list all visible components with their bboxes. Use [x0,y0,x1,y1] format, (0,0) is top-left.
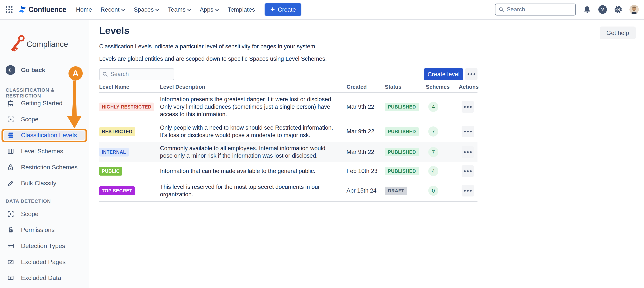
app-name: Compliance [26,40,68,49]
page-check-icon [7,258,14,266]
chevron-down-icon [121,8,125,11]
sidebar-item-detection-types[interactable]: Detection Types [0,240,89,252]
sidebar-item-restriction-schemes[interactable]: Restriction Schemes [0,161,89,173]
back-icon [6,65,15,75]
created-date: Apr 15th 24 [346,187,376,194]
ellipsis-icon [464,106,472,108]
app-root: Confluence Home Recent Spaces Teams Apps… [0,0,644,288]
nav-spaces[interactable]: Spaces [134,6,160,13]
chevron-down-icon [155,8,159,11]
global-search[interactable] [495,3,576,15]
level-description: Information presents the greatest danger… [160,96,338,118]
intro-line-1: Classification Levels indicate a particu… [99,43,317,50]
go-back-button[interactable]: Go back [6,65,45,75]
sidebar-item-excluded-pages[interactable]: Excluded Pages [0,256,89,268]
app-switcher-icon[interactable] [5,5,13,13]
confluence-logo-icon [18,5,26,14]
compliance-key-icon [9,31,26,55]
level-description: Information that can be made available t… [160,167,316,175]
global-search-input[interactable] [506,6,572,13]
col-schemes: Schemes [426,84,450,90]
classification-levels-icon [7,131,14,139]
nav-recent[interactable]: Recent [100,6,125,13]
col-status: Status [385,84,402,90]
get-help-button[interactable]: Get help [600,26,636,39]
level-badge: HIGHLY RESTRICTED [99,103,154,111]
sidebar-item-level-schemes[interactable]: Level Schemes [0,145,89,157]
nav-home[interactable]: Home [76,6,92,13]
sidebar-item-permissions[interactable]: Permissions [0,224,89,236]
col-level-description: Level Description [160,84,205,90]
card-icon [7,242,14,250]
table-row: PUBLIC Information that can be made avai… [99,162,478,180]
levels-search[interactable] [99,68,174,80]
row-actions-button[interactable] [462,101,474,113]
table-row: RESTRICTED Only people with a need to kn… [99,121,478,142]
help-icon[interactable]: ? [598,5,607,14]
permissions-lock-icon [7,226,14,234]
col-level-name: Level Name [99,84,129,90]
sidebar-item-dd-scope[interactable]: Scope [0,208,89,220]
table-row: INTERNAL Commonly available to all emplo… [99,142,478,162]
sidebar-divider [2,82,87,82]
level-badge: INTERNAL [99,148,129,156]
table-more-actions-button[interactable] [465,68,478,80]
section-classification-restriction: CLASSIFICATION & RESTRICTION [6,87,89,99]
ellipsis-icon [464,190,472,192]
status-badge: PUBLISHED [385,103,419,111]
intro-line-2: Levels are global entities and are scope… [99,55,327,63]
table-row: TOP SECRET This level is reserved for th… [99,180,478,201]
level-badge: TOP SECRET [99,186,135,195]
row-actions-button[interactable] [462,165,474,177]
schemes-count: 7 [428,147,438,157]
nav-templates[interactable]: Templates [228,6,255,13]
created-date: Feb 10th 23 [346,168,378,174]
nav-teams[interactable]: Teams [168,6,191,13]
schemes-count: 4 [428,166,438,176]
settings-gear-icon[interactable] [614,5,622,14]
topbar-left: Confluence Home Recent Spaces Teams Apps… [0,3,302,16]
schemes-count: 0 [428,186,438,196]
status-badge: PUBLISHED [385,127,419,136]
confluence-logo[interactable]: Confluence [18,5,66,14]
nav-apps[interactable]: Apps [200,6,219,13]
schemes-count: 4 [428,102,438,112]
level-description: This level is reserved for the most top … [160,183,338,198]
user-avatar[interactable] [630,5,639,14]
sidebar-item-excluded-data[interactable]: Excluded Data [0,272,89,284]
create-level-button[interactable]: Create level [424,68,463,80]
table-header: Level Name Level Description Created Sta… [99,84,389,91]
chevron-down-icon [187,8,191,11]
level-description: Only people with a need to know should s… [160,124,338,139]
table-row: HIGHLY RESTRICTED Information presents t… [99,93,478,121]
ellipsis-icon [464,131,472,133]
search-icon [498,7,504,12]
top-navigation-bar: Confluence Home Recent Spaces Teams Apps… [0,0,644,20]
row-actions-button[interactable] [462,126,474,137]
col-created: Created [346,84,367,90]
notifications-bell-icon[interactable] [583,5,591,14]
status-badge: PUBLISHED [385,148,419,156]
col-actions: Actions [459,84,478,90]
scope-icon [7,115,14,123]
levels-search-input[interactable] [110,71,171,78]
annotation-a-badge: A [68,66,83,81]
row-actions-button[interactable] [462,146,474,158]
page-title: Levels [99,25,130,36]
row-actions-button[interactable] [462,185,474,196]
created-date: Mar 9th 22 [346,149,374,155]
primary-nav: Home Recent Spaces Teams Apps Templates [76,6,255,13]
level-description: Commonly available to all employees. Int… [160,144,338,159]
scope-icon [7,210,14,218]
search-icon [102,71,108,77]
level-badge: RESTRICTED [99,127,135,136]
create-button[interactable]: + Create [264,3,302,16]
sidebar: Compliance Go back CLASSIFICATION & REST… [0,20,89,288]
ellipsis-icon [464,151,472,153]
brand-name: Confluence [28,5,66,14]
sidebar-item-bulk-classify[interactable]: Bulk Classify [0,177,89,189]
sidebar-item-scope[interactable]: Scope [0,114,89,125]
sidebar-item-classification-levels[interactable]: Classification Levels [0,130,89,141]
sidebar-item-getting-started[interactable]: Getting Started [0,98,89,109]
level-badge: PUBLIC [99,167,122,175]
